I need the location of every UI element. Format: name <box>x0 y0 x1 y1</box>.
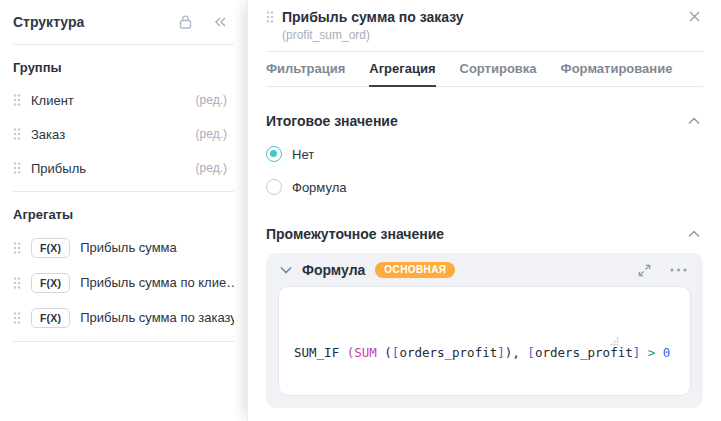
group-edit-link[interactable]: (ред.) <box>196 161 234 175</box>
app-root: Структура Группы <box>0 0 721 421</box>
drag-handle-icon[interactable] <box>266 10 274 24</box>
intermediate-value-section-header: Промежуточное значение <box>266 226 703 242</box>
main-formula-badge: ОСНОВНАЯ <box>375 262 455 278</box>
tab-bar: Фильтрация Агрегация Сортировка Форматир… <box>266 52 703 87</box>
drag-handle-icon[interactable] <box>13 127 21 141</box>
sidebar-divider <box>13 191 234 192</box>
structure-header: Структура <box>13 0 234 44</box>
drag-handle-icon[interactable] <box>13 276 21 290</box>
lock-icon[interactable] <box>178 14 193 30</box>
sidebar-divider <box>13 44 234 45</box>
drag-handle-icon[interactable] <box>13 161 21 175</box>
field-title: Прибыль сумма по заказу <box>282 9 464 25</box>
drag-handle-icon[interactable] <box>13 241 21 255</box>
total-value-section-header: Итоговое значение <box>266 113 703 129</box>
field-properties-panel: Прибыль сумма по заказу (profit_sum_ord)… <box>247 0 721 421</box>
chevron-up-icon[interactable] <box>685 228 703 240</box>
formula-card: Формула ОСНОВНАЯ <box>266 253 703 408</box>
group-edit-link[interactable]: (ред.) <box>196 93 234 107</box>
aggregate-label: Прибыль сумма по клие… <box>80 275 234 290</box>
expand-icon[interactable] <box>637 263 652 278</box>
drag-handle-icon[interactable] <box>13 311 21 325</box>
tab-formatting[interactable]: Форматирование <box>561 52 673 87</box>
groups-heading: Группы <box>13 60 234 75</box>
field-header: Прибыль сумма по заказу (profit_sum_ord) <box>266 0 703 42</box>
resize-grip-icon[interactable] <box>610 293 685 390</box>
formula-code-editor[interactable]: SUM_IF (SUM ([orders_profit]), [orders_p… <box>278 286 691 396</box>
total-value-title: Итоговое значение <box>266 113 398 129</box>
tab-filtration[interactable]: Фильтрация <box>266 52 345 87</box>
aggregate-item-2[interactable]: F(X) Прибыль сумма по клие… <box>13 265 234 300</box>
formula-field-badge: F(X) <box>31 308 70 328</box>
structure-panel: Структура Группы <box>0 0 247 421</box>
group-label: Прибыль <box>31 161 186 176</box>
tab-sorting[interactable]: Сортировка <box>460 52 537 87</box>
chevron-down-icon[interactable] <box>280 266 292 274</box>
aggregate-item-3[interactable]: F(X) Прибыль сумма по заказу <box>13 300 234 335</box>
more-options-icon[interactable] <box>670 268 687 272</box>
group-label: Клиент <box>31 93 186 108</box>
structure-title: Структура <box>13 14 178 30</box>
aggregate-label: Прибыль сумма <box>80 240 234 255</box>
radio-label: Формула <box>292 180 346 195</box>
formula-card-title: Формула <box>302 262 365 278</box>
formula-field-badge: F(X) <box>31 273 70 293</box>
chevron-up-icon[interactable] <box>685 115 703 127</box>
group-item-zakaz[interactable]: Заказ (ред.) <box>13 117 234 151</box>
radio-option-none[interactable]: Нет <box>266 146 703 162</box>
radio-unselected-icon[interactable] <box>266 179 282 195</box>
formula-field-badge: F(X) <box>31 238 70 258</box>
aggregates-heading: Агрегаты <box>13 207 234 222</box>
group-item-pribyl[interactable]: Прибыль (ред.) <box>13 151 234 185</box>
group-label: Заказ <box>31 127 186 142</box>
field-id: (profit_sum_ord) <box>282 28 703 42</box>
aggregate-item-1[interactable]: F(X) Прибыль сумма <box>13 230 234 265</box>
collapse-panel-icon[interactable] <box>213 15 228 29</box>
close-icon[interactable] <box>688 10 701 23</box>
group-item-klient[interactable]: Клиент (ред.) <box>13 83 234 117</box>
aggregate-label: Прибыль сумма по заказу <box>80 310 234 325</box>
drag-handle-icon[interactable] <box>13 93 21 107</box>
formula-card-header: Формула ОСНОВНАЯ <box>266 253 703 286</box>
tab-aggregation[interactable]: Агрегация <box>369 52 435 87</box>
radio-option-formula[interactable]: Формула <box>266 179 703 195</box>
radio-label: Нет <box>292 147 314 162</box>
sidebar-divider <box>13 341 234 342</box>
radio-selected-icon[interactable] <box>266 146 282 162</box>
intermediate-value-title: Промежуточное значение <box>266 226 444 242</box>
group-edit-link[interactable]: (ред.) <box>196 127 234 141</box>
